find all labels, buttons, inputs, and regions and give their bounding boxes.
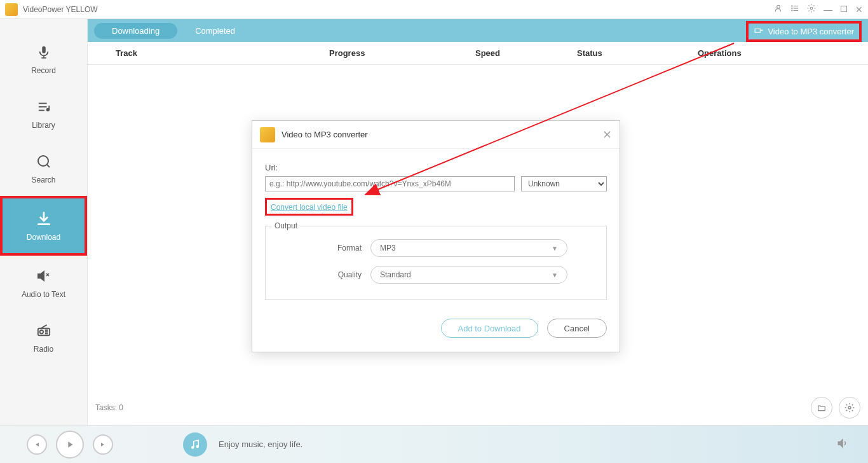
mp3-converter-button[interactable]: Video to MP3 converter xyxy=(746,21,862,42)
table-header: Track Progress Speed Status Operations xyxy=(88,42,868,65)
col-header-progress: Progress xyxy=(329,48,475,58)
list-icon[interactable] xyxy=(790,4,799,15)
sidebar-item-library[interactable]: Library xyxy=(0,86,87,141)
sidebar: Record Library Search Download Audio to … xyxy=(0,19,88,425)
audio-text-icon xyxy=(35,267,53,285)
svg-rect-8 xyxy=(841,6,847,11)
sidebar-item-label: Audio to Text xyxy=(22,290,65,299)
modal-title: Video to MP3 converter xyxy=(281,130,602,139)
search-icon xyxy=(35,153,53,170)
folder-button[interactable] xyxy=(811,397,832,418)
converter-icon xyxy=(754,27,764,36)
quality-label: Quality xyxy=(304,270,362,279)
gear-icon[interactable] xyxy=(807,4,816,15)
svg-point-22 xyxy=(848,406,851,409)
previous-button[interactable] xyxy=(27,434,47,455)
app-logo-icon xyxy=(5,3,18,16)
download-icon xyxy=(35,210,53,228)
mp3-converter-label: Video to MP3 converter xyxy=(768,27,854,36)
format-select[interactable]: Unknown xyxy=(521,176,607,191)
svg-point-5 xyxy=(792,8,792,8)
sidebar-item-download[interactable]: Download xyxy=(0,196,87,256)
svg-point-7 xyxy=(810,7,813,10)
tasks-count: Tasks: 0 xyxy=(95,403,123,412)
svg-point-16 xyxy=(39,330,43,334)
settings-button[interactable] xyxy=(839,397,860,418)
svg-point-6 xyxy=(792,10,792,11)
format-label: Format xyxy=(304,244,362,252)
tab-downloading[interactable]: Downloading xyxy=(94,23,177,39)
output-legend: Output xyxy=(272,221,300,230)
col-header-operations: Operations xyxy=(698,48,868,58)
music-note-icon xyxy=(183,432,207,457)
add-to-download-button[interactable]: Add to Download xyxy=(441,319,538,338)
sidebar-item-record[interactable]: Record xyxy=(0,32,87,86)
modal-header: Video to MP3 converter ✕ xyxy=(252,121,620,149)
output-fieldset: Output Format MP3 ▼ Quality Standard ▼ xyxy=(265,226,607,300)
svg-rect-21 xyxy=(756,29,761,32)
cancel-button[interactable]: Cancel xyxy=(547,319,607,338)
col-header-speed: Speed xyxy=(475,48,577,58)
sidebar-item-label: Search xyxy=(31,176,55,184)
quality-value: Standard xyxy=(380,270,411,279)
next-button[interactable] xyxy=(93,434,113,455)
modal-logo-icon xyxy=(260,127,275,142)
volume-icon[interactable] xyxy=(836,438,849,452)
titlebar: VideoPower YELLOW — ✕ xyxy=(0,0,868,19)
quality-dropdown[interactable]: Standard ▼ xyxy=(370,266,567,284)
svg-point-0 xyxy=(777,5,780,8)
user-icon[interactable] xyxy=(774,4,783,15)
col-header-track: Track xyxy=(88,48,329,58)
close-icon[interactable]: ✕ xyxy=(855,4,863,15)
col-header-status: Status xyxy=(577,48,698,58)
svg-point-26 xyxy=(196,445,198,447)
svg-point-13 xyxy=(38,156,48,166)
radio-icon xyxy=(35,322,53,340)
tab-completed[interactable]: Completed xyxy=(177,23,253,39)
mp3-converter-modal: Video to MP3 converter ✕ Url: Unknown Co… xyxy=(252,120,620,352)
maximize-icon[interactable] xyxy=(840,4,848,15)
convert-link-highlight: Convert local video file xyxy=(265,198,353,216)
player-text: Enjoy music, enjoy life. xyxy=(219,439,302,449)
microphone-icon xyxy=(35,43,53,61)
app-title: VideoPower YELLOW xyxy=(23,5,774,14)
minimize-icon[interactable]: — xyxy=(824,4,832,15)
modal-close-icon[interactable]: ✕ xyxy=(602,128,612,142)
url-input[interactable] xyxy=(265,176,515,191)
sidebar-item-search[interactable]: Search xyxy=(0,141,87,196)
tab-bar: Downloading Completed Video to MP3 conve… xyxy=(88,19,868,42)
svg-line-14 xyxy=(46,165,49,167)
sidebar-item-radio[interactable]: Radio xyxy=(0,310,87,365)
sidebar-item-label: Radio xyxy=(34,345,53,354)
sidebar-item-label: Library xyxy=(32,121,55,130)
format-dropdown[interactable]: MP3 ▼ xyxy=(370,239,567,257)
library-icon xyxy=(35,98,53,116)
format-value: MP3 xyxy=(380,244,396,252)
player-bar: Enjoy music, enjoy life. xyxy=(0,425,868,463)
chevron-down-icon: ▼ xyxy=(552,272,558,279)
play-button[interactable] xyxy=(56,431,84,459)
sidebar-item-label: Download xyxy=(27,233,60,242)
chevron-down-icon: ▼ xyxy=(552,245,558,252)
svg-point-25 xyxy=(192,446,194,448)
sidebar-item-label: Record xyxy=(31,66,56,75)
url-label: Url: xyxy=(265,163,607,172)
convert-local-link[interactable]: Convert local video file xyxy=(271,203,348,212)
sidebar-item-audiototext[interactable]: Audio to Text xyxy=(0,256,87,310)
svg-point-4 xyxy=(792,6,792,6)
